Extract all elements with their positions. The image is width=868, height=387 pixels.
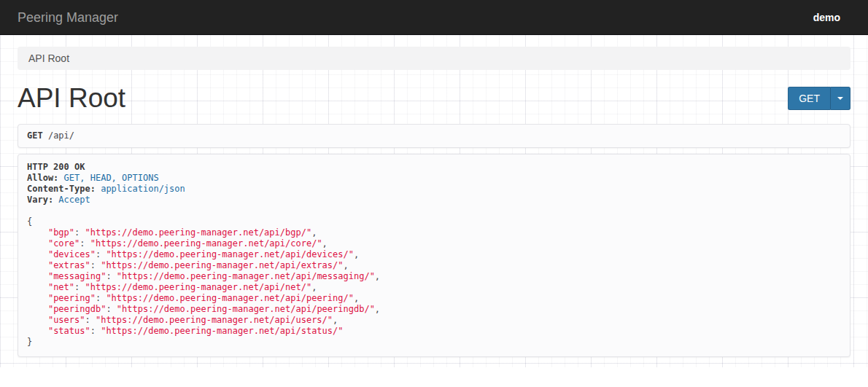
breadcrumb: API Root [18,47,850,70]
api-link-peeringdb[interactable]: "https://demo.peering-manager.net/api/pe… [117,304,375,314]
brand-link[interactable]: Peering Manager [18,0,118,35]
page-title: API Root [18,83,125,114]
request-info: GET /api/ [18,124,850,148]
top-navbar: Peering Manager demo [0,0,868,35]
caret-down-icon [837,97,843,100]
get-button[interactable]: GET [788,87,830,110]
response-header-name: Content-Type: [27,184,96,194]
api-link-devices[interactable]: "https://demo.peering-manager.net/api/de… [106,249,354,259]
response-body: HTTP 200 OK Allow: GET, HEAD, OPTIONS Co… [27,162,841,348]
breadcrumb-item-api-root: API Root [28,52,69,64]
user-menu[interactable]: demo [813,0,850,35]
page-header: API Root GET [18,83,850,114]
response-info: HTTP 200 OK Allow: GET, HEAD, OPTIONS Co… [18,154,850,357]
request-method: GET [27,130,43,141]
response-header-value: Accept [58,195,90,205]
request-path: /api/ [48,130,74,141]
json-key: "messaging" [48,271,106,281]
json-key: "status" [48,326,90,336]
json-key: "peering" [48,293,96,303]
json-key: "users" [48,315,85,325]
api-link-extras[interactable]: "https://demo.peering-manager.net/api/ex… [101,260,343,270]
response-header-name: Allow: [27,173,58,183]
api-link-core[interactable]: "https://demo.peering-manager.net/api/co… [90,238,322,249]
json-key: "net" [48,282,74,292]
api-link-peering[interactable]: "https://demo.peering-manager.net/api/pe… [106,293,354,303]
json-key: "core" [48,238,80,249]
content-area: API Root API Root GET GET /api/ HTTP 200… [0,35,868,367]
api-link-bgp[interactable]: "https://demo.peering-manager.net/api/bg… [85,227,311,238]
method-button-group: GET [788,87,850,110]
api-link-users[interactable]: "https://demo.peering-manager.net/api/us… [96,315,333,325]
json-key: "bgp" [48,227,74,238]
response-header-value: application/json [101,184,185,194]
response-header-value: GET, HEAD, OPTIONS [64,173,159,183]
api-link-messaging[interactable]: "https://demo.peering-manager.net/api/me… [117,271,375,281]
response-header-name: Vary: [27,195,53,205]
api-link-net[interactable]: "https://demo.peering-manager.net/api/ne… [85,282,311,292]
api-link-status[interactable]: "https://demo.peering-manager.net/api/st… [101,326,343,336]
status-line: HTTP 200 OK [27,162,85,172]
request-line: GET /api/ [27,130,841,141]
json-key: "devices" [48,249,96,259]
get-dropdown-toggle[interactable] [830,87,850,110]
json-key: "extras" [48,260,90,270]
json-key: "peeringdb" [48,304,106,314]
